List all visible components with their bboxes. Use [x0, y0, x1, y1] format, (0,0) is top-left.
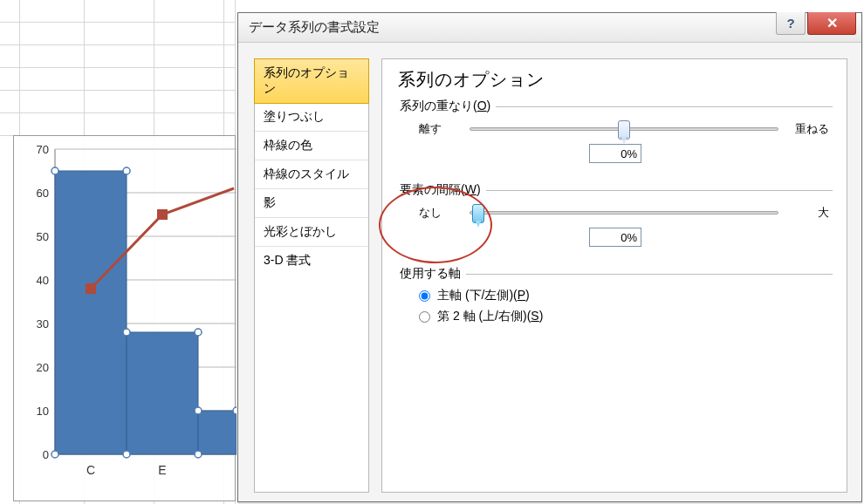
overlap-slider-thumb[interactable] [618, 120, 630, 140]
dialog-titlebar[interactable]: データ系列の書式設定 ? ✕ [238, 13, 861, 43]
nav-glow[interactable]: 光彩とぼかし [255, 218, 368, 247]
nav-border-color[interactable]: 枠線の色 [255, 132, 368, 160]
gap-width-legend: 要素の間隔(W) [398, 182, 486, 198]
overlap-label-left: 離す [419, 121, 463, 137]
nav-border-style[interactable]: 枠線のスタイル [255, 160, 368, 189]
primary-axis-option[interactable]: 主軸 (下/左側)(P) [398, 285, 833, 306]
nav-shadow[interactable]: 影 [255, 189, 368, 218]
svg-text:C: C [86, 463, 95, 477]
svg-text:30: 30 [37, 317, 49, 330]
svg-text:10: 10 [37, 405, 49, 418]
secondary-axis-radio[interactable] [419, 311, 430, 323]
svg-text:0: 0 [43, 448, 49, 461]
nav-3d-format[interactable]: 3-D 書式 [255, 247, 368, 275]
gap-slider[interactable] [470, 211, 778, 215]
svg-rect-19 [127, 332, 198, 454]
gap-slider-thumb[interactable] [472, 204, 484, 223]
svg-point-22 [123, 167, 130, 174]
svg-rect-30 [86, 283, 96, 294]
svg-rect-20 [198, 411, 237, 454]
svg-point-28 [195, 407, 202, 414]
svg-point-21 [51, 167, 58, 174]
nav-fill[interactable]: 塗りつぶし [255, 103, 368, 132]
svg-point-23 [51, 451, 58, 458]
svg-point-29 [233, 407, 237, 414]
gap-width-group: 要素の間隔(W) なし 大 [398, 182, 833, 259]
primary-axis-radio[interactable] [419, 290, 430, 302]
chart-svg: 0 10 20 30 40 50 60 70 [14, 136, 237, 502]
format-data-series-dialog: データ系列の書式設定 ? ✕ 系列のオプション 塗りつぶし 枠線の色 枠線のスタ… [237, 12, 862, 502]
dialog-title: データ系列の書式設定 [249, 19, 380, 36]
overlap-label-right: 重ねる [785, 121, 829, 137]
svg-rect-18 [55, 171, 127, 454]
svg-text:20: 20 [37, 361, 49, 374]
gap-label-right: 大 [785, 205, 829, 221]
overlap-slider[interactable] [470, 127, 778, 131]
nav-series-options[interactable]: 系列のオプション [254, 58, 369, 104]
svg-point-25 [123, 329, 130, 336]
svg-text:60: 60 [37, 187, 49, 200]
plot-axis-group: 使用する軸 主軸 (下/左側)(P) 第 2 軸 (上/右側)(S) [398, 266, 833, 339]
options-panel: 系列のオプション 系列の重なり(O) 離す 重ねる 要素の間隔(W) なし [381, 58, 847, 493]
gap-label-left: なし [419, 205, 463, 221]
svg-point-27 [195, 451, 202, 458]
gap-value-input[interactable] [589, 228, 641, 247]
svg-text:E: E [158, 463, 166, 477]
help-icon: ? [786, 16, 794, 31]
chart-area[interactable]: 0 10 20 30 40 50 60 70 [13, 135, 236, 501]
series-overlap-legend: 系列の重なり(O) [398, 99, 496, 114]
svg-point-26 [195, 329, 202, 336]
secondary-axis-label: 第 2 軸 (上/右側)(S) [437, 309, 543, 324]
plot-axis-legend: 使用する軸 [398, 266, 466, 282]
close-button[interactable]: ✕ [807, 12, 856, 35]
primary-axis-label: 主軸 (下/左側)(P) [437, 288, 530, 303]
svg-text:50: 50 [37, 230, 49, 243]
svg-text:70: 70 [37, 143, 49, 156]
svg-point-24 [123, 451, 130, 458]
series-overlap-group: 系列の重なり(O) 離す 重ねる [398, 99, 833, 175]
secondary-axis-option[interactable]: 第 2 軸 (上/右側)(S) [398, 306, 833, 327]
help-button[interactable]: ? [776, 12, 806, 35]
category-list: 系列のオプション 塗りつぶし 枠線の色 枠線のスタイル 影 光彩とぼかし 3-D… [254, 58, 369, 493]
close-icon: ✕ [826, 15, 838, 31]
svg-text:40: 40 [37, 274, 49, 287]
panel-heading: 系列のオプション [398, 68, 833, 92]
svg-rect-31 [157, 209, 168, 220]
overlap-value-input[interactable] [589, 144, 641, 163]
